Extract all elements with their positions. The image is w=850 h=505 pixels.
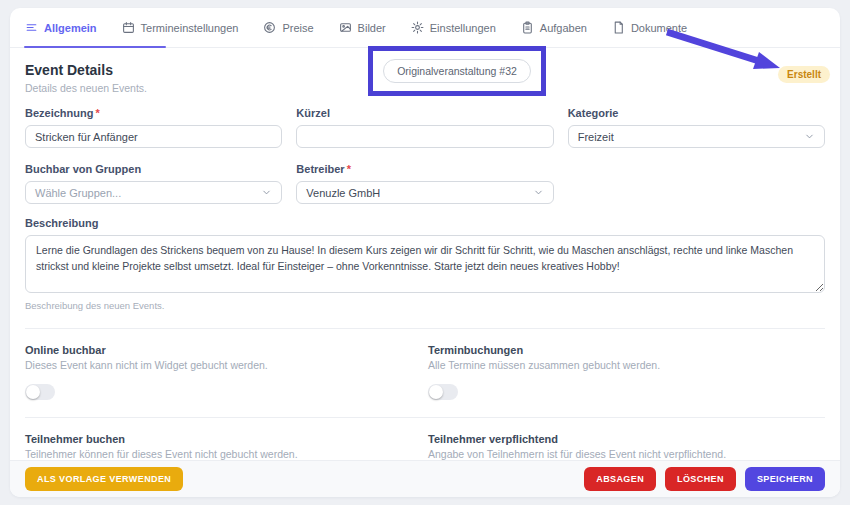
- betreiber-select[interactable]: Venuzle GmbH: [296, 181, 553, 204]
- toggle-knob: [429, 385, 443, 399]
- beschreibung-textarea[interactable]: Lerne die Grundlagen des Strickens beque…: [25, 235, 825, 293]
- tab-termineinstellungen[interactable]: Termineinstellungen: [122, 21, 239, 34]
- form-row-2: Buchbar von Gruppen Wähle Gruppen... Bet…: [25, 163, 825, 204]
- toggle-description: Angabe von Teilnehmern ist für dieses Ev…: [428, 448, 825, 460]
- tab-bar: Allgemein Termineinstellungen Preise Bil…: [10, 8, 840, 48]
- tab-preise[interactable]: Preise: [263, 21, 313, 34]
- betreiber-label: Betreiber*: [296, 163, 553, 175]
- beschreibung-label: Beschreibung: [25, 217, 825, 229]
- kategorie-select[interactable]: Freizeit: [568, 125, 825, 148]
- chevron-down-icon: [533, 187, 544, 198]
- field-beschreibung: Beschreibung Lerne die Grundlagen des St…: [25, 217, 825, 311]
- euro-icon: [263, 21, 276, 34]
- toggle-online-buchbar: Online buchbar Dieses Event kann nicht i…: [25, 344, 428, 400]
- cancel-event-button[interactable]: ABSAGEN: [584, 467, 656, 491]
- kuerzel-label: Kürzel: [296, 107, 553, 119]
- field-betreiber: Betreiber* Venuzle GmbH: [296, 163, 553, 204]
- tab-einstellungen[interactable]: Einstellungen: [411, 21, 496, 34]
- toggle-description: Alle Termine müssen zusammen gebucht wer…: [428, 359, 825, 371]
- online-buchbar-toggle[interactable]: [25, 384, 55, 400]
- event-form-card: Allgemein Termineinstellungen Preise Bil…: [10, 8, 840, 497]
- kategorie-label: Kategorie: [568, 107, 825, 119]
- gruppen-label: Buchbar von Gruppen: [25, 163, 282, 175]
- tab-label: Preise: [282, 22, 313, 34]
- toggle-row-1: Online buchbar Dieses Event kann nicht i…: [25, 329, 825, 400]
- tab-aufgaben[interactable]: Aufgaben: [521, 21, 587, 34]
- gruppen-select[interactable]: Wähle Gruppen...: [25, 181, 282, 204]
- toggle-label: Online buchbar: [25, 344, 428, 356]
- field-bezeichnung: Bezeichnung*: [25, 107, 282, 148]
- use-as-template-button[interactable]: ALS VORLAGE VERWENDEN: [25, 467, 183, 491]
- field-gruppen: Buchbar von Gruppen Wähle Gruppen...: [25, 163, 282, 204]
- toggle-knob: [26, 385, 40, 399]
- betreiber-value: Venuzle GmbH: [306, 187, 380, 199]
- kategorie-value: Freizeit: [578, 131, 614, 143]
- document-icon: [612, 21, 625, 34]
- toggle-description: Dieses Event kann nicht im Widget gebuch…: [25, 359, 428, 371]
- delete-button[interactable]: LÖSCHEN: [665, 467, 736, 491]
- list-icon: [25, 21, 38, 34]
- status-badge: Erstellt: [778, 66, 830, 83]
- annotation-highlight-box: Originalveranstaltung #32: [368, 46, 546, 96]
- field-kategorie: Kategorie Freizeit: [568, 107, 825, 148]
- tab-label: Aufgaben: [540, 22, 587, 34]
- tab-allgemein[interactable]: Allgemein: [25, 21, 97, 34]
- image-icon: [339, 21, 352, 34]
- toggle-label: Teilnehmer verpflichtend: [428, 433, 825, 445]
- tab-dokumente[interactable]: Dokumente: [612, 21, 687, 34]
- bezeichnung-input[interactable]: [25, 125, 282, 148]
- required-marker: *: [347, 163, 351, 175]
- toggle-label: Teilnehmer buchen: [25, 433, 428, 445]
- chevron-down-icon: [804, 131, 815, 142]
- field-kuerzel: Kürzel: [296, 107, 553, 148]
- form-row-1: Bezeichnung* Kürzel Kategorie Freizeit: [25, 107, 825, 148]
- tab-label: Termineinstellungen: [141, 22, 239, 34]
- tab-label: Einstellungen: [430, 22, 496, 34]
- tab-label: Allgemein: [44, 22, 97, 34]
- tab-label: Dokumente: [631, 22, 687, 34]
- required-marker: *: [95, 107, 99, 119]
- toggle-description: Teilnehmer können für dieses Event nicht…: [25, 448, 428, 460]
- clipboard-icon: [521, 21, 534, 34]
- beschreibung-hint: Beschreibung des neuen Events.: [25, 300, 825, 311]
- form-footer: ALS VORLAGE VERWENDEN ABSAGEN LÖSCHEN SP…: [10, 460, 840, 497]
- tab-bilder[interactable]: Bilder: [339, 21, 386, 34]
- gear-icon: [411, 21, 424, 34]
- active-tab-indicator: [24, 46, 166, 48]
- toggle-label: Terminbuchungen: [428, 344, 825, 356]
- toggle-terminbuchungen: Terminbuchungen Alle Termine müssen zusa…: [428, 344, 825, 400]
- gruppen-placeholder: Wähle Gruppen...: [35, 187, 121, 199]
- kuerzel-input[interactable]: [296, 125, 553, 148]
- chevron-down-icon: [261, 187, 272, 198]
- save-button[interactable]: SPEICHERN: [745, 467, 825, 491]
- tab-label: Bilder: [358, 22, 386, 34]
- calendar-icon: [122, 21, 135, 34]
- original-event-button[interactable]: Originalveranstaltung #32: [383, 59, 531, 83]
- form-content: Event Details Details des neuen Events. …: [10, 48, 840, 489]
- bezeichnung-label: Bezeichnung*: [25, 107, 282, 119]
- terminbuchungen-toggle[interactable]: [428, 384, 458, 400]
